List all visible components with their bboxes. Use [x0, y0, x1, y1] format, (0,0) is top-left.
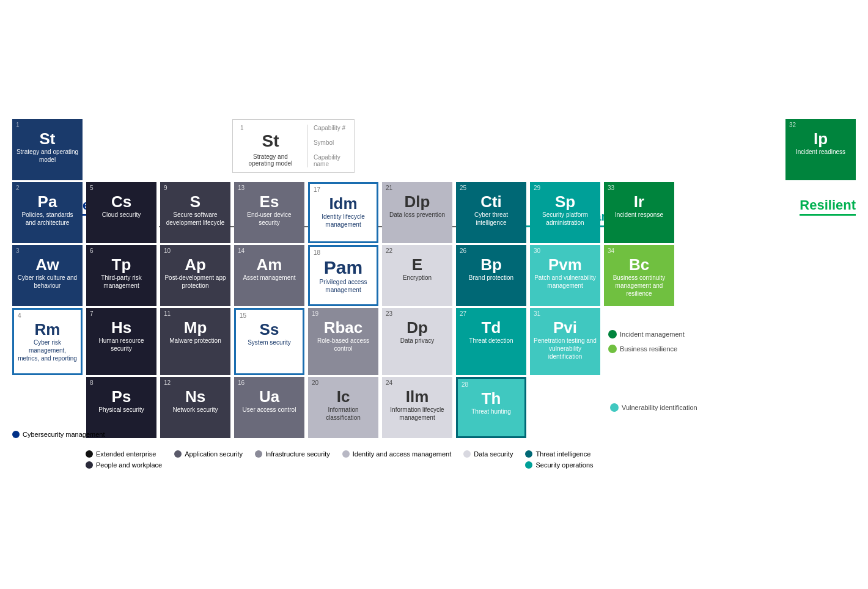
legend-people-workplace: People and workplace: [86, 461, 162, 469]
cell-26: 26 Bp Brand protection: [456, 245, 526, 306]
legend-symbol: St: [262, 131, 279, 151]
cell-14: 14 Am Asset management: [234, 245, 304, 306]
legend-threat-intel: Threat intelligence: [525, 450, 593, 458]
legend-cap-number-label: Capability #: [314, 125, 347, 131]
cell-6: 6 Tp Third-party risk management: [86, 245, 156, 306]
cell-9: 9 S Secure software development lifecycl…: [160, 182, 230, 243]
cell-15: 15 Ss System security: [234, 308, 304, 375]
cell-29: 29 Sp Security platform administration: [530, 182, 600, 243]
legend-sec-ops: Security operations: [525, 461, 593, 469]
grid-row-5: 8 Ps Physical security 12 Ns Network sec…: [12, 377, 856, 438]
legend-symbol-label: Symbol: [314, 139, 347, 146]
cell-24: 24 Ilm Information lifecycle management: [382, 377, 452, 438]
cell-10: 10 Ap Post-development app protection: [160, 245, 230, 306]
right-legend: Incident management Business resilience: [608, 308, 685, 375]
legend-name: Strategy and operating model: [240, 153, 301, 167]
cell-28: 28 Th Threat hunting: [456, 377, 526, 438]
cell-13: 13 Es End-user device security: [234, 182, 304, 243]
legend-incident-management: Incident management: [608, 330, 685, 338]
cell-33: 33 Ir Incident response: [604, 182, 674, 243]
cell-8: 8 Ps Physical security: [86, 377, 156, 438]
cell-16: 16 Ua User access control: [234, 377, 304, 438]
legend-cap-number: 1: [240, 125, 244, 131]
legend-box: 1 St Strategy and operating model Capabi…: [232, 119, 355, 173]
grid-row-2: 2 Pa Policies, standards and architectur…: [12, 182, 856, 243]
cell-21: 21 Dlp Data loss prevention: [382, 182, 452, 243]
legend-cybersecurity-management: Cybersecurity management: [12, 431, 105, 438]
legend-cap-name-label: Capability name: [314, 154, 347, 167]
cell-34: 34 Bc Business continuity management and…: [604, 245, 674, 306]
cell-11: 11 Mp Malware protection: [160, 308, 230, 375]
legend-iam: Identity and access management: [342, 450, 451, 458]
cell-19: 19 Rbac Role-based access control: [308, 308, 378, 375]
legend-business-resilience: Business resilience: [608, 345, 685, 353]
cell-2: 2 Pa Policies, standards and architectur…: [12, 182, 83, 243]
page-container: 1 St Strategy and operating model Capabi…: [12, 119, 856, 469]
cell-22: 22 E Encryption: [382, 245, 452, 306]
cell-31: 31 Pvi Penetration testing and vulnerabi…: [530, 308, 600, 375]
grid-row-1: 1 St Strategy and operating model 32 Ip …: [12, 119, 856, 180]
cell-5: 5 Cs Cloud security: [86, 182, 156, 243]
bottom-legend: Extended enterprise People and workplace…: [12, 450, 856, 469]
cell-20: 20 Ic Information classification: [308, 377, 378, 438]
legend-data-security: Data security: [463, 450, 513, 458]
cell-3: 3 Aw Cyber risk culture and behaviour: [12, 245, 83, 306]
legend-extended-enterprise: Extended enterprise: [86, 450, 162, 458]
cell-17: 17 Idm Identity lifecycle management: [308, 182, 378, 243]
grid-row-3: 3 Aw Cyber risk culture and behaviour 6 …: [12, 245, 856, 306]
cell-18: 18 Pam Privileged access management: [308, 245, 378, 306]
grid-row-4: 4 Rm Cyber risk management, metrics, and…: [12, 308, 856, 375]
cell-7: 7 Hs Human resource security: [86, 308, 156, 375]
legend-app-security: Application security: [174, 450, 243, 458]
grid-area: 1 St Strategy and operating model 32 Ip …: [12, 119, 856, 438]
cell-25: 25 Cti Cyber threat intelligence: [456, 182, 526, 243]
cell-1: 1 St Strategy and operating model: [12, 119, 83, 180]
cell-23: 23 Dp Data privacy: [382, 308, 452, 375]
legend-vulnerability: Vulnerability identification: [610, 377, 697, 438]
cell-12: 12 Ns Network security: [160, 377, 230, 438]
cell-27: 27 Td Threat detection: [456, 308, 526, 375]
cell-30: 30 Pvm Patch and vulnerability managemen…: [530, 245, 600, 306]
resilient-header: Resilient: [800, 197, 856, 213]
cell-32: 32 Ip Incident readiness: [785, 119, 856, 180]
legend-infra-security: Infrastructure security: [255, 450, 330, 458]
cell-4: 4 Rm Cyber risk management, metrics, and…: [12, 308, 83, 375]
